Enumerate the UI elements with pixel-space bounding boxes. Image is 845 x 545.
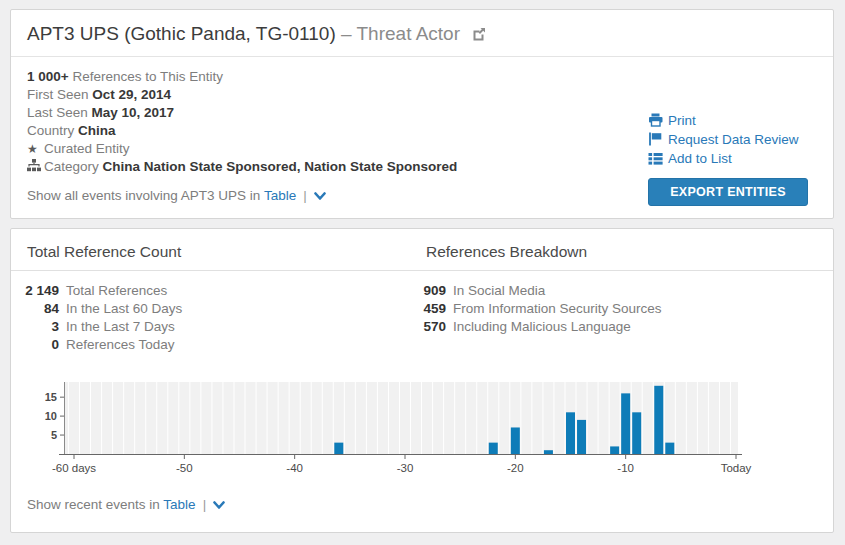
svg-text:-40: -40: [286, 462, 303, 474]
entity-type-label: Threat Actor: [357, 23, 461, 44]
stat-value: 0: [11, 336, 59, 354]
print-label: Print: [668, 113, 696, 128]
link-divider: |: [203, 497, 207, 512]
references-card-headers: Total Reference Count References Breakdo…: [11, 229, 833, 271]
request-data-review-button[interactable]: Request Data Review: [648, 130, 820, 149]
first-seen-row: First Seen Oct 29, 2014: [27, 86, 817, 104]
stat-value: 2 149: [11, 282, 59, 300]
svg-text:-60 days: -60 days: [52, 462, 96, 474]
sitemap-icon: [27, 158, 44, 176]
references-count-row: 1 000+ References to This Entity: [27, 68, 817, 86]
first-seen-label: First Seen: [27, 87, 89, 102]
stat-label: In Social Media: [453, 283, 545, 298]
reference-stats: 2 149Total References 84In the Last 60 D…: [11, 271, 833, 354]
link-divider: |: [303, 188, 307, 203]
curated-label: Curated Entity: [44, 141, 130, 156]
stat-value: 3: [11, 318, 59, 336]
show-recent-events-table-link[interactable]: Table: [163, 497, 195, 512]
references-count-label: References to This Entity: [72, 69, 223, 84]
total-reference-count-header: Total Reference Count: [11, 243, 410, 261]
show-all-events-text: Show all events involving APT3 UPS in: [27, 188, 260, 203]
stat-label: Total References: [66, 283, 167, 298]
svg-text:15: 15: [45, 391, 57, 403]
stat-label: In the Last 7 Days: [66, 319, 175, 334]
list-icon: [648, 149, 668, 168]
category-label: Category: [44, 159, 99, 174]
references-timeline-bar-chart: 51015-60 days-50-40-30-20-10Today: [21, 374, 761, 479]
title-separator: –: [341, 23, 357, 44]
page-title: APT3 UPS (Gothic Panda, TG-0110): [27, 23, 336, 44]
stat-value: 84: [11, 300, 59, 318]
svg-text:-50: -50: [176, 462, 193, 474]
stat-label: In the Last 60 Days: [66, 301, 182, 316]
stat-label: Including Malicious Language: [453, 319, 631, 334]
stat-social-media: 909In Social Media: [410, 282, 833, 300]
export-entities-button[interactable]: EXPORT ENTITIES: [648, 178, 808, 206]
svg-text:10: 10: [45, 410, 57, 422]
star-icon: ★: [27, 140, 44, 158]
svg-text:Today: Today: [721, 462, 752, 474]
add-to-list-label: Add to List: [668, 151, 732, 166]
stat-value: 570: [410, 318, 446, 336]
svg-text:5: 5: [51, 429, 57, 441]
references-count-value: 1 000+: [27, 69, 69, 84]
request-data-review-label: Request Data Review: [668, 132, 799, 147]
first-seen-value: Oct 29, 2014: [92, 87, 171, 102]
chevron-down-icon[interactable]: [314, 189, 326, 204]
print-button[interactable]: Print: [648, 111, 820, 130]
printer-icon: [648, 111, 668, 130]
stat-references-today: 0References Today: [11, 336, 410, 354]
entity-actions: Print Request Data Review Add to List EX…: [648, 111, 820, 206]
stat-malicious-language: 570Including Malicious Language: [410, 318, 833, 336]
svg-text:-20: -20: [507, 462, 524, 474]
last-seen-label: Last Seen: [27, 105, 88, 120]
stat-label: References Today: [66, 337, 175, 352]
stat-infosec-sources: 459From Information Security Sources: [410, 300, 833, 318]
show-all-events-table-link[interactable]: Table: [264, 188, 296, 203]
stat-value: 909: [410, 282, 446, 300]
stat-last-7-days: 3In the Last 7 Days: [11, 318, 410, 336]
country-label: Country: [27, 123, 74, 138]
entity-summary-card: APT3 UPS (Gothic Panda, TG-0110) – Threa…: [10, 9, 834, 219]
flag-icon: [648, 130, 668, 149]
entity-title-row: APT3 UPS (Gothic Panda, TG-0110) – Threa…: [11, 10, 833, 57]
svg-text:-30: -30: [397, 462, 414, 474]
chevron-down-icon[interactable]: [213, 498, 225, 513]
external-link-icon[interactable]: [472, 24, 486, 45]
total-reference-count-list: 2 149Total References 84In the Last 60 D…: [11, 282, 410, 354]
references-breakdown-list: 909In Social Media 459From Information S…: [410, 282, 833, 354]
references-breakdown-header: References Breakdown: [426, 243, 587, 261]
country-value: China: [78, 123, 116, 138]
stat-last-60-days: 84In the Last 60 Days: [11, 300, 410, 318]
references-card: Total Reference Count References Breakdo…: [10, 228, 834, 533]
add-to-list-button[interactable]: Add to List: [648, 149, 820, 168]
svg-text:-10: -10: [617, 462, 634, 474]
stat-total-references: 2 149Total References: [11, 282, 410, 300]
stat-label: From Information Security Sources: [453, 301, 662, 316]
entity-body: 1 000+ References to This Entity First S…: [11, 57, 833, 204]
show-recent-events-row: Show recent events in Table|: [27, 497, 225, 513]
stat-value: 459: [410, 300, 446, 318]
category-value: China Nation State Sponsored, Nation Sta…: [103, 159, 458, 174]
show-recent-events-text: Show recent events in: [27, 497, 160, 512]
last-seen-value: May 10, 2017: [92, 105, 175, 120]
